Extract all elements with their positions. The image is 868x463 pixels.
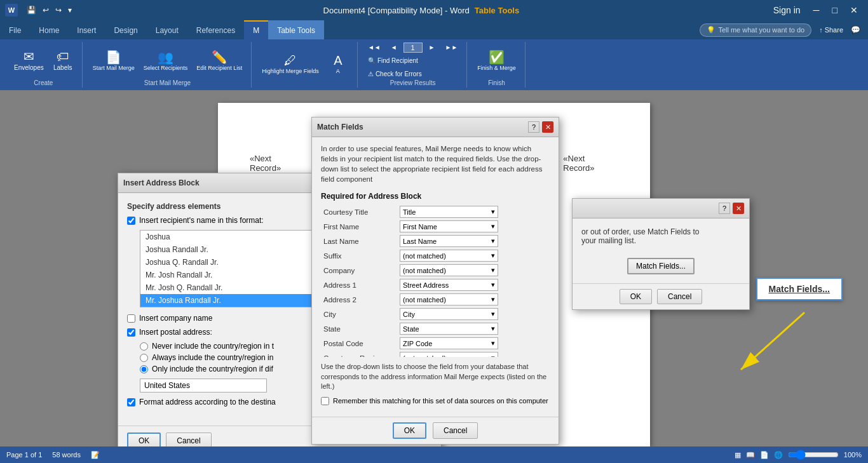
labels-button[interactable]: 🏷 Labels [49,48,77,74]
right-dialog-close-button[interactable]: ✕ [733,203,744,214]
redo-button[interactable]: ↪ [53,4,64,16]
layout-icon[interactable]: ▦ [735,451,741,459]
tab-insert[interactable]: Insert [68,20,105,39]
right-dialog-match-fields-button[interactable]: Match Fields... [627,258,695,274]
fields-table: Courtesy Title Title ▾ First Name [321,205,550,357]
ribbon: File Home Insert Design Layout Reference… [0,20,868,90]
sign-in-button[interactable]: Sign in [768,4,806,17]
required-section-label: Required for Address Block [321,192,550,201]
title-bar-right: Sign in ─ □ ✕ [768,4,863,17]
right-dialog-text1: or out of order, use Match Fields to [581,227,740,236]
tab-references[interactable]: References [187,20,244,39]
tab-mailings[interactable]: M [244,20,268,39]
select-recipients-button[interactable]: 👥 Select Recipients [140,48,192,74]
field-dropdown-last-name[interactable]: Last Name ▾ [400,235,498,247]
match-fields-description: In order to use special features, Mail M… [321,144,550,184]
find-recipient-button[interactable]: 🔍 Find Recipient [364,55,422,66]
field-dropdown-courtesy-title[interactable]: Title ▾ [400,206,498,218]
customize-button[interactable]: ▾ [65,4,74,16]
share-button[interactable]: ↑ Share [819,26,843,34]
dropdown-arrow-icon: ▾ [491,281,495,289]
maximize-button[interactable]: □ [827,4,843,17]
write-insert-buttons: 🖊 Highlight Merge Fields A A [258,42,352,86]
country-input[interactable] [140,379,267,393]
envelopes-button[interactable]: ✉ Envelopes [10,48,48,74]
next-record-button[interactable]: ► [425,42,439,53]
tab-design[interactable]: Design [105,20,146,39]
right-side-dialog: ? ✕ or out of order, use Match Fields to… [572,198,750,310]
tab-home[interactable]: Home [30,20,68,39]
match-fields-controls: ? ✕ [528,121,553,133]
highlight-merge-fields-button[interactable]: 🖊 Highlight Merge Fields [258,51,323,77]
next-record-3: «Next Record» [563,147,618,179]
radio-always[interactable] [140,354,148,362]
preview-buttons: ◄◄ ◄ ► ►► 🔍 Find Recipient ⚠ Check for E… [364,42,461,79]
right-dialog-cancel-button[interactable]: Cancel [657,289,702,304]
radio-only[interactable] [140,365,148,373]
field-dropdown-suffix[interactable]: (not matched) ▾ [400,250,498,262]
labels-icon: 🏷 [57,50,69,63]
field-dropdown-city[interactable]: City ▾ [400,308,498,320]
field-dropdown-address1[interactable]: Street Address ▾ [400,279,498,291]
first-record-button[interactable]: ◄◄ [364,42,384,53]
close-window-button[interactable]: ✕ [845,4,863,17]
record-number-input[interactable] [403,43,423,53]
dropdown-arrow-icon: ▾ [491,266,495,274]
prev-record-button[interactable]: ◄ [387,42,401,53]
match-fields-cancel-button[interactable]: Cancel [433,422,478,439]
highlight-icon: 🖊 [284,54,297,67]
start-mail-merge-button[interactable]: 📄 Start Mail Merge [89,48,139,74]
zoom-slider[interactable] [788,450,839,460]
ribbon-group-write-insert: 🖊 Highlight Merge Fields A A [253,42,358,88]
print-layout-icon[interactable]: 📄 [760,451,769,459]
comment-button[interactable]: 💬 [848,24,863,36]
field-dropdown-first-name[interactable]: First Name ▾ [400,220,498,232]
tab-file[interactable]: File [0,20,30,39]
field-dropdown-state[interactable]: State ▾ [400,323,498,335]
match-fields-dialog: Match Fields ? ✕ In order to use special… [311,117,559,445]
save-button[interactable]: 💾 [24,4,39,16]
edit-recipient-list-button[interactable]: ✏️ Edit Recipient List [193,48,246,74]
tab-layout[interactable]: Layout [147,20,187,39]
dropdown-arrow-icon: ▾ [491,325,495,333]
match-fields-close-button[interactable]: ✕ [542,121,553,133]
undo-button[interactable]: ↩ [40,4,51,16]
check-for-errors-button[interactable]: ⚠ Check for Errors [364,69,426,79]
title-bar: W 💾 ↩ ↪ ▾ Document4 [Compatibility Mode]… [0,0,868,20]
last-record-button[interactable]: ►► [441,42,461,53]
field-dropdown-address2[interactable]: (not matched) ▾ [400,293,498,305]
read-mode-icon[interactable]: 📖 [746,451,755,459]
match-fields-ok-button[interactable]: OK [393,422,426,439]
word-icon: W [5,4,18,17]
format-address-checkbox[interactable] [127,398,135,406]
insert-address-cancel-button[interactable]: Cancel [166,433,211,446]
insert-company-checkbox[interactable] [127,314,135,323]
insert-address-ok-button[interactable]: OK [127,433,161,446]
fields-scroll-area[interactable]: Courtesy Title Title ▾ First Name [321,205,550,357]
insert-name-checkbox[interactable] [127,217,135,225]
match-fields-help-button[interactable]: ? [528,121,539,133]
tab-table-tools[interactable]: Table Tools [268,20,324,39]
field-row-state: State State ▾ [321,321,550,336]
field-dropdown-postal-code[interactable]: ZIP Code ▾ [400,337,498,349]
finish-merge-button[interactable]: ✅ Finish & Merge [473,48,520,74]
web-layout-icon[interactable]: 🌐 [774,451,783,459]
field-label-courtesy-title: Courtesy Title [321,205,397,219]
address-block-button[interactable]: A A [324,51,352,77]
field-label-first-name: First Name [321,219,397,234]
radio-never[interactable] [140,342,148,351]
match-fields-callout-button[interactable]: Match Fields... [756,278,843,300]
field-row-address2: Address 2 (not matched) ▾ [321,292,550,307]
right-dialog-help-button[interactable]: ? [719,203,730,214]
field-dropdown-country[interactable]: (not matched) ▾ [400,352,498,357]
insert-postal-checkbox[interactable] [127,328,135,337]
tell-me-input[interactable]: 💡 Tell me what you want to do [700,23,811,37]
page-status: Page 1 of 1 [6,451,42,459]
field-dropdown-company[interactable]: (not matched) ▾ [400,264,498,276]
minimize-button[interactable]: ─ [808,4,825,17]
right-dialog-ok-button[interactable]: OK [620,289,652,304]
ribbon-group-preview: ◄◄ ◄ ► ►► 🔍 Find Recipient ⚠ Check for E… [359,42,467,88]
remember-matching-checkbox[interactable] [321,397,329,405]
finish-icon: ✅ [489,51,505,64]
select-icon: 👥 [158,51,173,64]
